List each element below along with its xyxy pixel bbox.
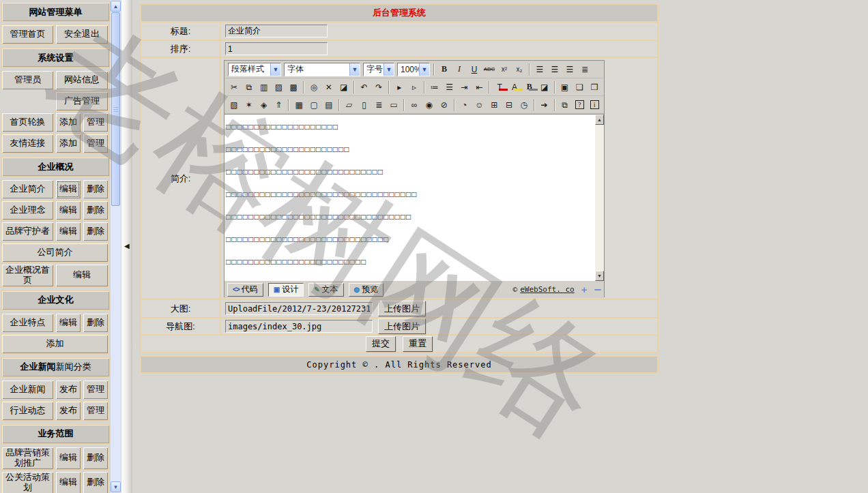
sidebar-item[interactable]: 发布	[55, 401, 81, 421]
panel-splitter[interactable]: ◀	[121, 0, 132, 493]
indent-button[interactable]: ⇥	[458, 80, 472, 94]
paste-button[interactable]: ▥	[257, 80, 271, 94]
sidebar-item[interactable]: 添加	[55, 113, 81, 132]
nav-image-input[interactable]	[225, 320, 373, 333]
ordered-list-button[interactable]: ≔	[428, 80, 442, 94]
font-family-select[interactable]: 字体▼	[284, 63, 360, 76]
align-justify-button[interactable]: ≣	[578, 63, 592, 76]
sidebar-group-header[interactable]: 网站管理菜单	[1, 2, 110, 22]
sidebar-item[interactable]: 发布	[55, 380, 81, 400]
sidebar-item[interactable]: 编辑	[55, 179, 81, 199]
sidebar-item[interactable]: 首页轮换	[1, 113, 54, 132]
find-button[interactable]: ◎	[307, 80, 321, 94]
sidebar-item[interactable]: 添加	[1, 334, 108, 354]
paragraph-border-button[interactable]: ▣	[558, 80, 572, 94]
cut-button[interactable]: ✂	[227, 80, 241, 94]
eraser-button[interactable]: ◪	[337, 80, 351, 94]
maximize-button[interactable]: ⧉	[558, 98, 572, 112]
sidebar-group-header[interactable]: 企业文化	[1, 290, 110, 310]
editor-text[interactable]: □□□□□□□□□□□□□□□□□□□□□□□□□□□□□□□□□□□□□□□□…	[226, 116, 594, 281]
align-left-button[interactable]: ☰	[533, 63, 547, 76]
hyperlink-button[interactable]: ◉	[422, 98, 436, 112]
tab-preview[interactable]: ◍预览	[349, 283, 384, 297]
paste-text-button[interactable]: ▨	[272, 80, 285, 94]
scroll-up-button[interactable]: ▴	[111, 1, 121, 12]
insert-emoticon-button[interactable]: ☺	[472, 98, 486, 112]
select-button[interactable]: ▸	[392, 80, 406, 94]
chevron-down-icon[interactable]: ▼	[419, 63, 429, 76]
sidebar-item[interactable]: 删除	[83, 447, 108, 470]
align-right-button[interactable]: ☰	[563, 63, 577, 76]
sidebar-item[interactable]: 品牌守护者	[1, 222, 54, 241]
ewebeditor-link[interactable]: eWebSoft. co	[520, 285, 574, 294]
title-input[interactable]	[225, 25, 328, 38]
editor-scroll-down-icon[interactable]: ▼	[595, 271, 604, 281]
insert-media-button[interactable]: ◈	[257, 98, 271, 112]
reset-button[interactable]: 重置	[403, 336, 433, 352]
tab-text[interactable]: ✎文本	[308, 283, 343, 297]
sidebar-item[interactable]: 编辑	[55, 264, 108, 287]
sidebar-item[interactable]: 编辑	[55, 313, 81, 333]
table-row-button[interactable]: ▤	[322, 98, 336, 112]
sort-input[interactable]	[225, 42, 328, 55]
editor-content-area[interactable]: □□□□□□□□□□□□□□□□□□□□□□□□□□□□□□□□□□□□□□□□…	[225, 114, 604, 281]
scrollbar-thumb[interactable]	[111, 12, 120, 206]
tab-code[interactable]: <>代码	[227, 283, 263, 297]
font-size-select[interactable]: 字号▼	[363, 63, 394, 76]
background-color-button[interactable]: B	[523, 80, 536, 94]
sidebar-item[interactable]: 品牌营销策划推广	[1, 447, 54, 470]
insert-excel-button[interactable]: ⊞	[487, 98, 501, 112]
sidebar-item[interactable]: 删除	[83, 471, 108, 493]
outdent-button[interactable]: ⇤	[472, 80, 486, 94]
highlight-color-button[interactable]: A	[508, 80, 521, 94]
sidebar-item[interactable]: 管理	[83, 134, 108, 153]
send-to-back-button[interactable]: ❐	[588, 80, 601, 94]
sidebar-group-header[interactable]: 企业概况	[1, 157, 110, 177]
sidebar-item[interactable]: 编辑	[55, 222, 81, 241]
sidebar-item[interactable]: 管理	[83, 401, 108, 421]
sidebar-item[interactable]: 管理	[83, 113, 108, 132]
sidebar-item[interactable]: 企业特点	[1, 313, 54, 333]
sidebar-item[interactable]: 广告管理	[55, 91, 108, 111]
insert-table-button[interactable]: ▦	[292, 98, 306, 112]
chevron-down-icon[interactable]: ▼	[384, 63, 394, 76]
help-button[interactable]: ?	[573, 98, 586, 112]
fill-effects-button[interactable]: ◪	[538, 80, 551, 94]
sidebar-scrollbar[interactable]: ▴ ▾	[111, 0, 121, 493]
upload-big-image-button[interactable]: 上传图片	[378, 301, 426, 316]
submit-button[interactable]: 提交	[366, 336, 396, 352]
underline-button[interactable]: U	[467, 63, 481, 76]
editor-scrollbar[interactable]: ▲ ▼	[595, 115, 604, 281]
table-cell-button[interactable]: ▢	[307, 98, 321, 112]
insert-image-button[interactable]: ▧	[227, 98, 241, 112]
tab-design[interactable]: ▣设计	[268, 283, 304, 297]
chevron-down-icon[interactable]: ▼	[349, 63, 360, 76]
sidebar-item[interactable]: 删除	[83, 313, 108, 333]
sidebar-item[interactable]: 管理	[83, 380, 108, 400]
about-button[interactable]: i	[588, 98, 601, 112]
insert-flash-button[interactable]: ✶	[242, 98, 256, 112]
insert-document-button[interactable]: ▯	[358, 98, 371, 112]
paste-from-word-button[interactable]: ▩	[287, 80, 300, 94]
sidebar-item[interactable]: 删除	[83, 179, 108, 199]
sidebar-item[interactable]: 企业简介	[1, 179, 54, 199]
superscript-button[interactable]: x²	[497, 63, 511, 76]
copy-button[interactable]: ⧉	[242, 80, 256, 94]
sidebar-item[interactable]: 删除	[83, 200, 108, 220]
insert-link-button[interactable]: ∞	[407, 98, 421, 112]
sidebar-item[interactable]: 管理员	[1, 70, 54, 90]
insert-date-button[interactable]: ⊟	[502, 98, 516, 112]
upload-nav-image-button[interactable]: 上传图片	[378, 318, 426, 334]
sidebar-item[interactable]: 友情连接	[1, 134, 54, 153]
insert-time-button[interactable]: ◷	[517, 98, 531, 112]
sidebar-item[interactable]: 安全退出	[55, 25, 108, 44]
sidebar-item[interactable]: 企业新闻	[1, 380, 54, 400]
bring-to-front-button[interactable]: ❏	[573, 80, 586, 94]
italic-button[interactable]: I	[452, 63, 466, 76]
redo-button[interactable]: ↷	[372, 80, 386, 94]
subscript-button[interactable]: x₂	[512, 63, 526, 76]
sidebar-item[interactable]: 管理首页	[1, 25, 54, 44]
strikethrough-button[interactable]: ABC	[482, 63, 496, 76]
sidebar-item[interactable]: 行业动态	[1, 401, 54, 421]
paragraph-style-select[interactable]: 段落样式▼	[228, 63, 281, 76]
